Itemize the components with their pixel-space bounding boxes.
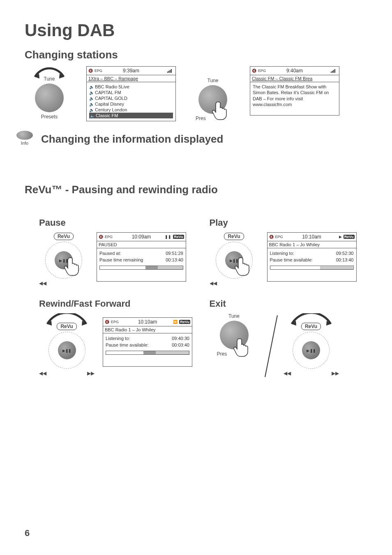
lcd2-text: The Classic FM Breakfast Show with Simon…	[253, 84, 337, 107]
section-changing-stations: Changing stations	[25, 49, 367, 61]
rwff-v1: 09:40:30	[172, 336, 189, 341]
station-item: Century London	[89, 107, 173, 113]
play-heading: Play	[210, 217, 368, 228]
page-number: 6	[25, 528, 30, 539]
pause-sub: PAUSED	[97, 241, 186, 248]
mute-icon: 🔇	[252, 69, 256, 73]
signal-icon	[167, 69, 174, 73]
hand-pointer-icon	[233, 257, 252, 276]
tune-knob-rotate[interactable]: Tune Presets	[25, 66, 74, 120]
epg-icon: EPG	[111, 320, 119, 324]
ffwd-icon: ▶▶	[332, 370, 339, 376]
pause-time: 10:09am	[132, 234, 151, 240]
rwff-k1: Listening to:	[106, 336, 130, 341]
hand-pointer-icon	[63, 257, 82, 276]
revu-play-button[interactable]: ReVu ◀◀	[210, 232, 259, 286]
play-v1: 09:52:30	[336, 251, 354, 256]
mute-icon: 🔇	[88, 69, 93, 73]
play-pause-center-icon	[58, 341, 76, 359]
page-title: Using DAB	[25, 21, 367, 40]
play-pause-center-icon	[302, 341, 320, 359]
revu-rewind-dial[interactable]: ReVu ◀◀ ▶▶	[39, 313, 95, 376]
epg-icon: EPG	[95, 69, 102, 73]
hand-pointer-icon	[211, 101, 230, 120]
rwff-time: 10:10am	[138, 319, 157, 325]
epg-icon: EPG	[275, 235, 283, 239]
pause-v2: 00:13:40	[166, 257, 183, 262]
tune-label: Tune	[210, 313, 259, 319]
rwff-v2: 00:03:40	[172, 342, 189, 347]
rwff-sub: BBC Radio 1 – Jo Whiley	[103, 326, 192, 333]
rwff-heading: Rewind/Fast Forward	[39, 298, 197, 309]
mute-icon: 🔇	[105, 320, 109, 324]
station-item: BBC Radio 5Live	[89, 84, 173, 90]
mute-icon: 🔇	[269, 235, 274, 239]
rwff-status-icon: ⏩	[173, 320, 178, 324]
revu-badge-icon: ReVu	[344, 235, 355, 239]
divider-slash-icon	[263, 313, 279, 379]
lcd-station-list: 🔇EPG 9:39am 1Xtra – BBC – Rampage BBC Ra…	[86, 66, 176, 121]
play-sub: BBC Radio 1 – Jo Whiley	[267, 241, 356, 248]
hand-pointer-icon	[232, 338, 251, 357]
section-revu: ReVu™ - Pausing and rewinding radio	[25, 183, 367, 196]
epg-icon: EPG	[105, 235, 113, 239]
info-label: Info	[16, 141, 33, 146]
presets-label: Presets	[25, 114, 74, 120]
svg-line-4	[265, 315, 277, 377]
pause-k1: Paused at:	[99, 251, 121, 256]
play-v2: 00:13:40	[336, 257, 354, 262]
buffer-bar	[99, 266, 183, 270]
buffer-bar	[270, 266, 354, 270]
rewind-icon: ◀◀	[210, 280, 217, 286]
epg-icon: EPG	[258, 69, 266, 73]
rwff-k2: Pause time available:	[106, 342, 149, 347]
rotate-arrows-icon	[25, 65, 74, 79]
revu-label: ReVu	[54, 233, 74, 240]
revu-badge-icon: ReVu	[173, 235, 184, 239]
pause-heading: Pause	[39, 217, 197, 228]
station-item-selected: Classic FM	[89, 113, 173, 118]
station-item: CAPITAL FM	[89, 90, 173, 95]
station-item: CAPITAL GOLD	[89, 95, 173, 101]
tune-label: Tune	[188, 78, 238, 83]
tune-knob-icon	[35, 83, 64, 112]
revu-pause-button[interactable]: ReVu ◀◀	[39, 232, 88, 286]
lcd-pause: 🔇EPG 10:09am ❚❚ ReVu PAUSED Paused at:09…	[97, 232, 186, 282]
lcd1-subtitle: 1Xtra – BBC – Rampage	[87, 75, 175, 82]
play-time: 10:10am	[302, 234, 321, 240]
section-changing-info: Changing the information displayed	[41, 133, 367, 146]
info-button-block: Info	[16, 131, 33, 146]
revu-label: ReVu	[224, 233, 244, 240]
signal-icon	[331, 69, 337, 73]
exit-revu-dial[interactable]: ReVu ◀◀ ▶▶	[284, 313, 339, 376]
revu-badge-icon: ReVu	[179, 320, 190, 324]
ffwd-icon: ▶▶	[87, 370, 95, 376]
pause-k2: Pause time remaining	[99, 257, 143, 262]
station-item: Capital Disney	[89, 101, 173, 107]
play-status-icon: ▶	[339, 235, 342, 239]
lcd2-time: 9:40am	[286, 68, 303, 74]
play-k2: Pause time available:	[270, 257, 313, 262]
mute-icon: 🔇	[99, 235, 103, 239]
tune-knob-push[interactable]: Tune Pres	[188, 66, 238, 121]
exit-heading: Exit	[210, 298, 368, 309]
lcd2-subtitle: Classic FM – Classic FM Brea	[250, 75, 339, 82]
play-k1: Listening to:	[270, 251, 294, 256]
pause-status-icon: ❚❚	[165, 235, 171, 239]
buffer-bar	[106, 351, 189, 355]
lcd-rwff: 🔇EPG 10:10am ⏩ ReVu BBC Radio 1 – Jo Whi…	[103, 317, 192, 367]
rewind-icon: ◀◀	[39, 370, 46, 376]
lcd-play: 🔇EPG 10:10am ▶ ReVu BBC Radio 1 – Jo Whi…	[267, 232, 357, 282]
rewind-icon: ◀◀	[284, 370, 291, 376]
pause-v1: 09:51:28	[166, 251, 183, 256]
exit-tune-knob[interactable]: Tune Pres	[210, 313, 259, 357]
lcd1-time: 9:39am	[123, 68, 139, 74]
info-button[interactable]	[16, 131, 33, 140]
lcd-now-playing: 🔇EPG 9:40am Classic FM – Classic FM Brea…	[250, 66, 339, 116]
rewind-icon: ◀◀	[39, 280, 46, 286]
